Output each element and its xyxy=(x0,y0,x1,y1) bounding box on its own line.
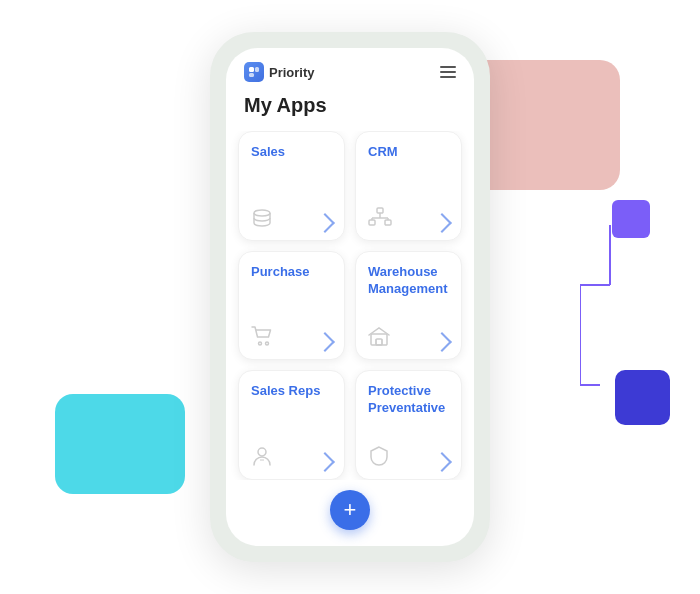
check-badge: ✓ xyxy=(130,314,190,374)
app-card-bottom-sales xyxy=(251,209,332,232)
svg-rect-8 xyxy=(377,208,383,213)
apps-grid: Sales CRM xyxy=(226,131,474,480)
sales-arrow xyxy=(315,213,335,233)
app-card-bottom-sales-reps xyxy=(251,446,332,471)
warehouse-arrow xyxy=(432,332,452,352)
app-name-purchase: Purchase xyxy=(251,264,332,281)
purchase-arrow xyxy=(315,332,335,352)
app-name-protective: Protective Preventative xyxy=(368,383,449,417)
svg-rect-5 xyxy=(249,73,254,77)
svg-rect-4 xyxy=(249,67,254,72)
svg-point-7 xyxy=(254,210,270,216)
crm-arrow xyxy=(432,213,452,233)
app-name-crm: CRM xyxy=(368,144,449,161)
connector-line xyxy=(580,225,640,425)
svg-rect-9 xyxy=(369,220,375,225)
app-name-warehouse: Warehouse Management xyxy=(368,264,449,298)
app-card-bottom-crm xyxy=(368,207,449,232)
crm-icon xyxy=(368,207,392,232)
phone-header: Priority xyxy=(226,48,474,90)
bg-decoration-cyan: ✓ xyxy=(55,394,185,494)
app-card-crm[interactable]: CRM xyxy=(355,131,462,241)
phone-bottom: + xyxy=(226,480,474,546)
app-name-sales-reps: Sales Reps xyxy=(251,383,332,400)
sales-reps-arrow xyxy=(315,452,335,472)
phone-frame: Priority My Apps Sales xyxy=(210,32,490,562)
phone-screen: Priority My Apps Sales xyxy=(226,48,474,546)
add-icon: + xyxy=(344,497,357,523)
app-card-warehouse[interactable]: Warehouse Management xyxy=(355,251,462,361)
app-card-bottom-protective xyxy=(368,446,449,471)
add-button[interactable]: + xyxy=(330,490,370,530)
app-card-protective[interactable]: Protective Preventative xyxy=(355,370,462,480)
svg-rect-6 xyxy=(255,67,259,72)
logo-icon xyxy=(244,62,264,82)
svg-rect-10 xyxy=(385,220,391,225)
svg-point-22 xyxy=(258,448,266,456)
sales-icon xyxy=(251,209,273,232)
app-card-purchase[interactable]: Purchase xyxy=(238,251,345,361)
svg-point-17 xyxy=(266,342,269,345)
logo-text: Priority xyxy=(269,65,315,80)
app-card-bottom-purchase xyxy=(251,326,332,351)
protective-icon xyxy=(368,446,390,471)
page-title: My Apps xyxy=(226,90,474,131)
svg-rect-19 xyxy=(376,339,382,345)
sales-reps-icon xyxy=(251,446,273,471)
app-card-sales[interactable]: Sales xyxy=(238,131,345,241)
hamburger-line-3 xyxy=(440,76,456,78)
app-name-sales: Sales xyxy=(251,144,332,161)
hamburger-menu-icon[interactable] xyxy=(440,66,456,78)
warehouse-icon xyxy=(368,326,390,351)
logo-area: Priority xyxy=(244,62,315,82)
hamburger-line-2 xyxy=(440,71,456,73)
protective-arrow xyxy=(432,452,452,472)
purchase-icon xyxy=(251,326,273,351)
app-card-bottom-warehouse xyxy=(368,326,449,351)
svg-point-16 xyxy=(259,342,262,345)
app-card-sales-reps[interactable]: Sales Reps xyxy=(238,370,345,480)
hamburger-line-1 xyxy=(440,66,456,68)
